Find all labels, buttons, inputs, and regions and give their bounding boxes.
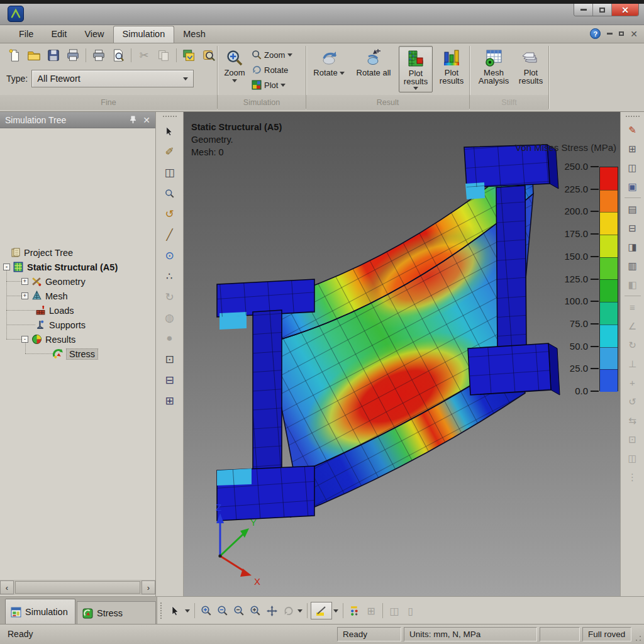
find-object-icon[interactable] xyxy=(201,47,217,64)
legend-color-segment xyxy=(600,325,618,347)
measure-tool-icon[interactable]: ✐ xyxy=(159,142,180,162)
export-image-icon[interactable] xyxy=(181,47,197,64)
zoom-small-button[interactable]: Zoom xyxy=(250,47,304,62)
legend-color-segment xyxy=(600,369,618,392)
menu-simulation[interactable]: Simulation xyxy=(113,26,175,43)
tree-item-geometry[interactable]: + Geometry xyxy=(21,274,86,289)
zoom-window-in-icon[interactable] xyxy=(247,602,264,619)
tab-simulation[interactable]: Simulation xyxy=(5,599,75,625)
panel-close-icon[interactable]: ✕ xyxy=(630,29,638,39)
scroll-left-icon[interactable]: ‹ xyxy=(0,580,14,594)
chevron-down-icon[interactable] xyxy=(185,609,190,613)
tree-panel-header[interactable]: Simulation Tree ✕ xyxy=(0,112,155,128)
toolbar-handle[interactable] xyxy=(160,602,162,619)
help-icon[interactable]: ? xyxy=(590,28,601,39)
expander-minus-icon[interactable]: - xyxy=(21,336,28,343)
zoom-in-icon[interactable] xyxy=(198,602,214,619)
view-bracket-icon[interactable]: ⊞ xyxy=(159,391,180,411)
plot-small-button[interactable]: Plot xyxy=(250,77,304,92)
menu-file[interactable]: File xyxy=(10,26,42,43)
fit-screen-icon[interactable]: ⊟ xyxy=(159,370,180,390)
close-button[interactable]: ✕ xyxy=(612,4,638,16)
zoom-box-icon[interactable]: ⊡ xyxy=(159,349,180,369)
rotate-icon xyxy=(319,47,339,69)
chevron-down-icon[interactable] xyxy=(333,609,338,613)
tree-item-supports[interactable]: Supports xyxy=(35,318,86,332)
expander-plus-icon[interactable]: + xyxy=(21,278,28,285)
line-tool-button[interactable] xyxy=(311,602,332,619)
probe-tool-icon[interactable]: ✎ xyxy=(623,121,642,139)
scrollbar-thumb[interactable] xyxy=(15,581,140,594)
status-ready: Ready xyxy=(8,629,33,639)
titlebar[interactable]: ✕ xyxy=(0,4,644,25)
plot-results-stack-button[interactable]: Plot results xyxy=(514,46,547,85)
print-batch-icon[interactable] xyxy=(65,47,81,64)
panel-restore-icon[interactable] xyxy=(619,31,624,36)
notes-icon[interactable]: ▥ xyxy=(623,257,642,275)
probe-points-icon[interactable] xyxy=(347,602,363,619)
tree-horizontal-scrollbar[interactable]: ‹ › xyxy=(0,580,155,595)
zoom-window-out-icon[interactable] xyxy=(231,602,247,619)
right-toolbar: ✎⊞◫▣▤⊟◨▥◧≡∠↻⊥+↺⇆⊡◫⋮ xyxy=(620,112,644,596)
expander-plus-icon[interactable]: + xyxy=(21,292,28,299)
viewport-3d[interactable]: Z Y X Static Structural (A5) Geometry. M… xyxy=(184,112,620,596)
scroll-right-icon[interactable]: › xyxy=(142,580,155,594)
toolbar-handle[interactable] xyxy=(163,116,177,117)
group-label-simulation: Simulation xyxy=(218,96,306,109)
chevron-down-icon[interactable] xyxy=(297,609,303,613)
tree-close-icon[interactable]: ✕ xyxy=(143,115,150,125)
rotate-all-button[interactable]: Rotate all xyxy=(351,46,396,77)
svg-text:Z: Z xyxy=(216,502,221,513)
orbit-view-icon[interactable] xyxy=(159,183,180,203)
pan-icon[interactable] xyxy=(264,602,280,619)
tree-item-stress[interactable]: Stress xyxy=(53,347,97,361)
zoom-out-icon[interactable] xyxy=(214,602,231,619)
node-set-icon[interactable]: ⊙ xyxy=(159,245,180,265)
resize-grip[interactable] xyxy=(635,635,642,642)
menu-view[interactable]: View xyxy=(75,26,113,43)
print-preview-icon[interactable] xyxy=(110,47,126,64)
spin-view-icon[interactable]: ↺ xyxy=(159,204,180,224)
maximize-button[interactable] xyxy=(593,4,612,16)
rotate-button[interactable]: Rotate xyxy=(309,46,348,77)
line-tool-icon[interactable]: ╱ xyxy=(159,225,180,245)
viewport-annotation-title: Static Structural (A5) xyxy=(191,122,282,132)
report-view-icon[interactable]: ▤ xyxy=(623,200,642,218)
type-dropdown[interactable]: All Ftewort xyxy=(31,70,194,87)
select-cursor-icon[interactable] xyxy=(159,121,180,141)
tree-item-project-tree[interactable]: Project Tree xyxy=(10,245,73,260)
panel-minimize-icon[interactable] xyxy=(607,33,613,35)
rotate-small-button[interactable]: Rotate xyxy=(250,62,304,77)
window-layout-icon[interactable]: ⊞ xyxy=(623,140,642,158)
plot-results-button[interactable]: Plot results xyxy=(435,46,468,85)
legend-tick-label: 150.0 xyxy=(549,251,588,262)
section-cut-icon[interactable]: ◨ xyxy=(623,238,642,256)
copy-view-icon[interactable]: ◫ xyxy=(159,162,180,182)
tree-item-loads[interactable]: Loads xyxy=(35,303,74,318)
tree-item-mesh[interactable]: + Mesh xyxy=(21,289,67,303)
status-segment-units: Units: mm, N, MPa xyxy=(404,627,537,641)
toolbar-handle[interactable] xyxy=(626,116,640,117)
status-segment-solved: Full roved xyxy=(582,627,631,641)
expander-minus-icon[interactable]: - xyxy=(3,264,10,270)
pane-split-icon[interactable]: ◫ xyxy=(623,158,642,177)
plot-results-menu-button[interactable]: Plot results xyxy=(399,46,433,92)
minimize-button[interactable] xyxy=(574,4,593,16)
print-icon[interactable] xyxy=(91,47,107,64)
menu-mesh[interactable]: Mesh xyxy=(174,26,214,43)
pin-icon[interactable] xyxy=(130,116,136,124)
tree-item-results[interactable]: - Results xyxy=(21,332,75,347)
tree-item-static-structural[interactable]: - Static Structural (A5) xyxy=(3,260,118,274)
menu-edit[interactable]: Edit xyxy=(42,26,75,43)
zoom-big-button[interactable]: Zoom xyxy=(220,46,249,82)
open-file-icon[interactable] xyxy=(26,47,42,64)
cascade-icon[interactable]: ▣ xyxy=(623,177,642,196)
legend-color-segment xyxy=(600,190,618,213)
new-file-icon[interactable] xyxy=(6,47,23,64)
mesh-analysis-button[interactable]: Mesh Analysis xyxy=(475,46,512,85)
save-icon[interactable] xyxy=(45,47,62,64)
selection-points-icon[interactable]: ∴ xyxy=(159,266,180,286)
measure-distance-icon[interactable]: ⊟ xyxy=(623,219,642,237)
select-cursor-icon[interactable] xyxy=(167,602,184,619)
tab-stress[interactable]: Stress xyxy=(77,601,156,625)
